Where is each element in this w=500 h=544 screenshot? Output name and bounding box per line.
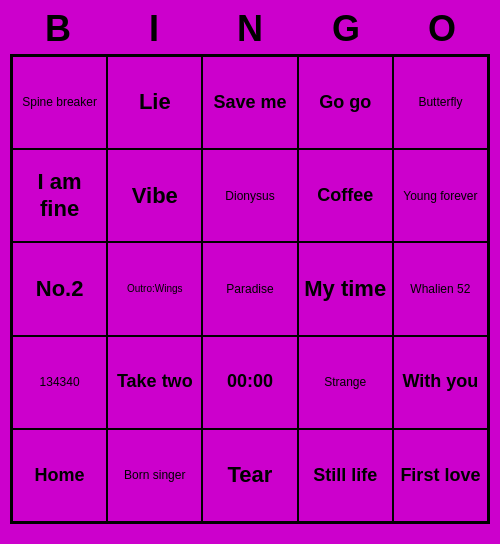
bingo-cell-24: First love — [393, 429, 488, 522]
bingo-cell-3: Go go — [298, 56, 393, 149]
bingo-cell-21: Born singer — [107, 429, 202, 522]
bingo-cell-16: Take two — [107, 336, 202, 429]
bingo-cell-12: Paradise — [202, 242, 297, 335]
bingo-cell-15: 134340 — [12, 336, 107, 429]
bingo-cell-11: Outro:Wings — [107, 242, 202, 335]
bingo-cell-19: With you — [393, 336, 488, 429]
bingo-cell-20: Home — [12, 429, 107, 522]
header-N: N — [210, 8, 290, 50]
bingo-cell-8: Coffee — [298, 149, 393, 242]
header-B: B — [18, 8, 98, 50]
bingo-grid: Spine breakerLieSave meGo goButterflyI a… — [10, 54, 490, 524]
bingo-cell-9: Young forever — [393, 149, 488, 242]
bingo-cell-14: Whalien 52 — [393, 242, 488, 335]
bingo-cell-0: Spine breaker — [12, 56, 107, 149]
bingo-header: B I N G O — [10, 0, 490, 54]
bingo-cell-23: Still life — [298, 429, 393, 522]
bingo-cell-2: Save me — [202, 56, 297, 149]
bingo-cell-5: I am fine — [12, 149, 107, 242]
bingo-cell-13: My time — [298, 242, 393, 335]
bingo-cell-1: Lie — [107, 56, 202, 149]
header-O: O — [402, 8, 482, 50]
bingo-cell-7: Dionysus — [202, 149, 297, 242]
header-G: G — [306, 8, 386, 50]
bingo-cell-6: Vibe — [107, 149, 202, 242]
header-I: I — [114, 8, 194, 50]
bingo-cell-10: No.2 — [12, 242, 107, 335]
bingo-cell-17: 00:00 — [202, 336, 297, 429]
bingo-cell-18: Strange — [298, 336, 393, 429]
bingo-cell-22: Tear — [202, 429, 297, 522]
bingo-cell-4: Butterfly — [393, 56, 488, 149]
